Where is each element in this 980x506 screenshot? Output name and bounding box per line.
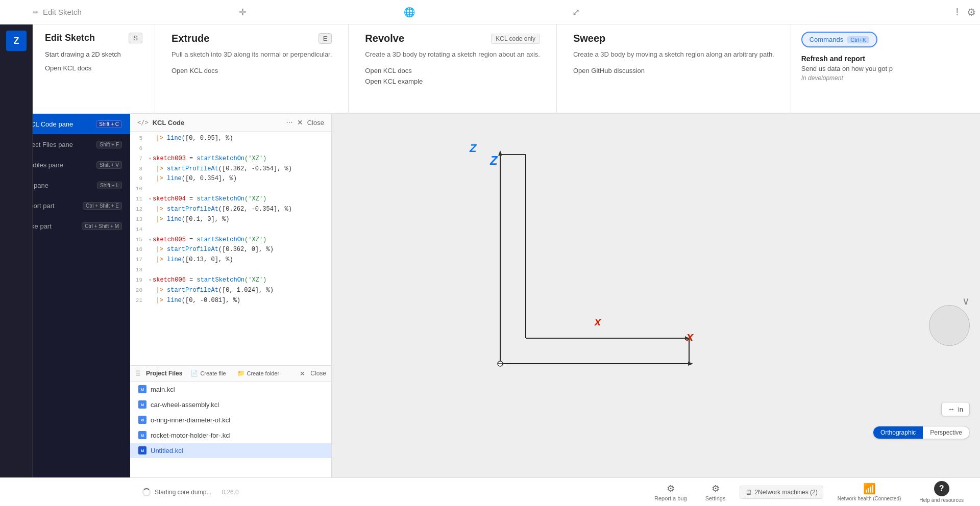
orthographic-view-btn[interactable]: Orthographic <box>873 426 923 439</box>
code-line-19: 19 ▾ sketch006 = startSketchOn('XZ') <box>130 275 331 286</box>
revolve-example-link[interactable]: Open KCL example <box>365 78 540 85</box>
line-num-11: 11 <box>130 194 149 204</box>
report-bug-btn[interactable]: ⚙ Report a bug <box>650 481 691 503</box>
x-axis-label: x <box>595 315 601 328</box>
collapse-chevron[interactable]: ∨ <box>962 295 970 307</box>
edit-sketch-docs-link[interactable]: Open KCL docs <box>45 64 142 72</box>
viewport-gizmo[interactable] <box>929 305 970 346</box>
create-file-button[interactable]: 📄 Create file <box>187 369 229 378</box>
file-item-car[interactable]: kl car-wheel-assembly.kcl <box>130 397 331 412</box>
line-num-12: 12 <box>130 205 149 214</box>
file-icon-car: kl <box>138 400 146 409</box>
code-pane-header: </> KCL Code ··· ✕ Close <box>130 114 331 132</box>
code-line-7: 7 ▾ sketch003 = startSketchOn('XZ') <box>130 154 331 164</box>
code-line-15: 15 ▾ sketch005 = startSketchOn('XZ') <box>130 235 331 245</box>
line-content-21: |> line([0, -0.081], %) <box>149 296 240 306</box>
extrude-docs-link[interactable]: Open KCL docs <box>172 67 332 74</box>
help-label: Help and resources <box>919 497 964 503</box>
files-close-icon[interactable]: ✕ <box>300 370 305 377</box>
line-num-7: 7 <box>130 154 149 163</box>
code-editor[interactable]: 5 |> line([0, 0.95], %) 6 7 ▾ sketch003 … <box>130 132 331 365</box>
file-item-main[interactable]: kl main.kcl <box>130 382 331 397</box>
report-bug-label: Report a bug <box>654 495 687 501</box>
spinner <box>142 488 151 496</box>
project-files-pane-title: Project Files <box>146 370 182 377</box>
viewport[interactable]: Z x Z x ∨ Orthographic Perspective ↔ in <box>332 114 980 477</box>
code-pane-close-icon[interactable]: ✕ <box>297 118 303 127</box>
file-icon-main: kl <box>138 385 146 393</box>
edit-sketch-subtitle[interactable]: Start drawing a 2D sketch <box>45 50 142 58</box>
send-desc: Send us data on how you got p <box>801 65 924 72</box>
create-folder-button[interactable]: 📁 Create folder <box>234 369 283 378</box>
code-pane-title: KCL Code <box>153 119 185 127</box>
revolve-title: Revolve <box>365 33 404 44</box>
line-num-6: 6 <box>130 144 149 153</box>
file-name-untitled: Untitled.kcl <box>151 447 183 454</box>
line-num-5: 5 <box>130 134 149 143</box>
bug-icon: ⚙ <box>667 483 675 494</box>
settings-btn[interactable]: ⚙ Settings <box>701 481 730 503</box>
network-health-btn[interactable]: 📶 Network health (Connected) <box>834 480 905 503</box>
settings-top-icon[interactable]: ⚙ <box>967 6 976 18</box>
viewport-unit[interactable]: ↔ in <box>941 402 970 416</box>
revolve-desc: Create a 3D body by rotating a sketch re… <box>365 49 540 60</box>
code-line-12: 12 |> startProfileAt([0.262, -0.354], %) <box>130 205 331 215</box>
unit-label: in <box>958 406 963 413</box>
line-num-10: 10 <box>130 184 149 193</box>
perspective-view-btn[interactable]: Perspective <box>923 426 969 439</box>
file-name-rocket: rocket-motor-holder-for-.kcl <box>151 432 231 439</box>
code-line-6: 6 <box>130 144 331 154</box>
file-name-main: main.kcl <box>151 386 175 393</box>
code-line-5: 5 |> line([0, 0.95], %) <box>130 134 331 144</box>
alert-icon: ! <box>955 6 959 18</box>
code-pane-menu[interactable]: ··· <box>286 118 292 127</box>
loading-status: Starting core dump... <box>142 488 211 496</box>
sweep-github-link[interactable]: Open GitHub discussion <box>573 67 774 74</box>
arrows-icon: ↔ <box>948 405 955 413</box>
line-content-19: sketch006 = startSketchOn('XZ') <box>153 275 266 286</box>
code-line-16: 16 |> startProfileAt([0.362, 0], %) <box>130 245 331 255</box>
network-machines-btn[interactable]: 🖥 2Network machines (2) <box>740 486 823 499</box>
code-pane-close-label[interactable]: Close <box>307 119 324 127</box>
left-sidebar: Z <box>0 24 33 506</box>
line-num-19: 19 <box>130 275 149 285</box>
help-btn[interactable]: ? Help and resources <box>915 479 968 505</box>
project-files-icon: ☰ <box>135 370 141 377</box>
status-bar: Starting core dump... 0.26.0 ⚙ Report a … <box>0 477 980 506</box>
settings-icon: ⚙ <box>712 483 720 494</box>
file-item-untitled[interactable]: kl Untitled.kcl <box>130 443 331 458</box>
revolve-docs-link[interactable]: Open KCL docs <box>365 67 540 74</box>
files-list: kl main.kcl kl car-wheel-assembly.kcl kl… <box>130 382 331 477</box>
create-file-icon: 📄 <box>190 370 198 377</box>
collapse-15: ▾ <box>149 236 152 245</box>
app-logo[interactable]: Z <box>6 31 27 51</box>
sweep-title: Sweep <box>573 33 605 44</box>
sweep-desc: Create a 3D body by moving a sketch regi… <box>573 49 774 60</box>
file-item-oring[interactable]: kl o-ring-inner-diameter-of.kcl <box>130 412 331 427</box>
commands-button[interactable]: Commands Ctrl+K <box>801 32 877 47</box>
line-num-9: 9 <box>130 174 149 183</box>
version-label: 0.26.0 <box>222 489 238 496</box>
code-line-14: 14 <box>130 225 331 235</box>
commands-shortcut: Ctrl+K <box>847 36 869 43</box>
make-shortcut: Ctrl + Shift + M <box>82 222 122 230</box>
refresh-title: Refresh and report <box>801 55 924 63</box>
commands-label: Commands <box>810 36 843 43</box>
file-item-rocket[interactable]: kl rocket-motor-holder-for-.kcl <box>130 427 331 443</box>
code-line-8: 8 |> startProfileAt([0.362, -0.354], %) <box>130 164 331 174</box>
code-pane: </> KCL Code ··· ✕ Close 5 |> line([0, 0… <box>130 114 332 365</box>
kcl-code-label: KCL Code pane <box>26 120 91 128</box>
files-pane-header: ☰ Project Files 📄 Create file 📁 Create f… <box>130 366 331 382</box>
line-num-21: 21 <box>130 296 149 305</box>
line-content-12: |> startProfileAt([0.262, -0.354], %) <box>149 205 292 215</box>
code-line-20: 20 |> startProfileAt([0, 1.024], %) <box>130 286 331 296</box>
line-num-18: 18 <box>130 265 149 274</box>
code-line-18: 18 <box>130 265 331 275</box>
settings-label: Settings <box>705 495 726 501</box>
files-close-label[interactable]: Close <box>310 370 326 377</box>
file-icon-rocket: kl <box>138 431 146 439</box>
z-axis-label: Z <box>470 142 476 155</box>
sweep-panel: Sweep Create a 3D body by moving a sketc… <box>557 24 791 113</box>
code-pane-icon: </> <box>137 119 149 126</box>
code-line-11: 11 ▾ sketch004 = startSketchOn('XZ') <box>130 194 331 205</box>
